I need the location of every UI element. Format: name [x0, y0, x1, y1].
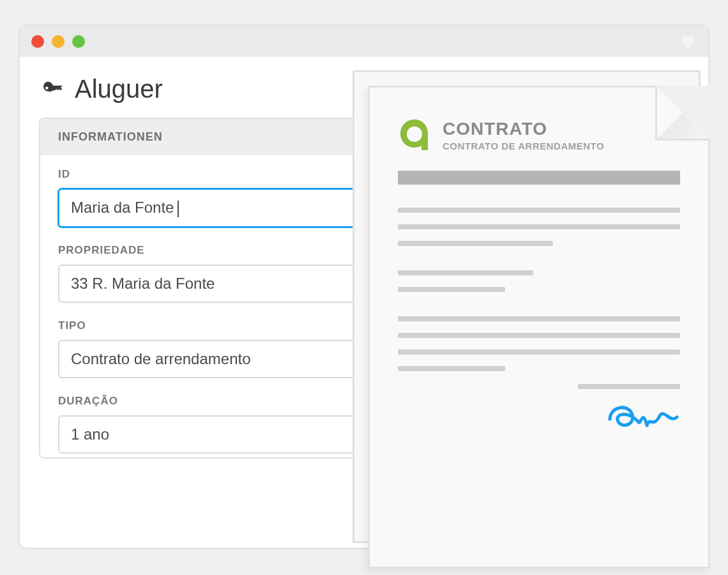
close-window-button[interactable]	[31, 35, 44, 48]
document-text-line	[398, 270, 533, 275]
type-input-value: Contrato de arrendamento	[71, 350, 251, 367]
document-text-line	[398, 287, 505, 292]
document-text-line	[398, 316, 680, 321]
duration-input-value: 1 ano	[71, 425, 109, 443]
document-text-line	[398, 366, 505, 371]
property-input-value: 33 R. Maria da Fonte	[71, 275, 215, 292]
document-page-front: CONTRATO CONTRATO DE ARRENDAMENTO	[368, 86, 710, 569]
window-controls	[31, 35, 85, 48]
document-preview: CONTRATO CONTRATO DE ARRENDAMENTO	[353, 70, 710, 569]
id-input-value: Maria da Fonte	[71, 199, 174, 216]
signature-line	[578, 384, 680, 389]
titlebar	[20, 26, 708, 57]
key-icon	[42, 78, 64, 101]
signature-area	[398, 384, 680, 435]
document-text-line	[398, 333, 680, 338]
text-cursor	[178, 201, 179, 217]
page-title-text: Aluguer	[75, 75, 163, 103]
page-fold-icon	[655, 86, 710, 141]
document-text-line	[398, 349, 680, 355]
document-subtitle: CONTRATO DE ARRENDAMENTO	[443, 141, 604, 151]
document-text-line	[398, 208, 680, 213]
brand-logo-icon	[398, 118, 431, 151]
maximize-window-button[interactable]	[72, 35, 85, 48]
document-heading-placeholder	[398, 171, 680, 185]
document-text-line	[398, 224, 680, 229]
document-header: CONTRATO CONTRATO DE ARRENDAMENTO	[398, 118, 680, 151]
heart-icon[interactable]	[679, 33, 697, 50]
document-text-line	[398, 241, 553, 246]
minimize-window-button[interactable]	[52, 35, 64, 48]
document-title: CONTRATO	[443, 119, 604, 139]
signature-icon	[603, 397, 680, 435]
